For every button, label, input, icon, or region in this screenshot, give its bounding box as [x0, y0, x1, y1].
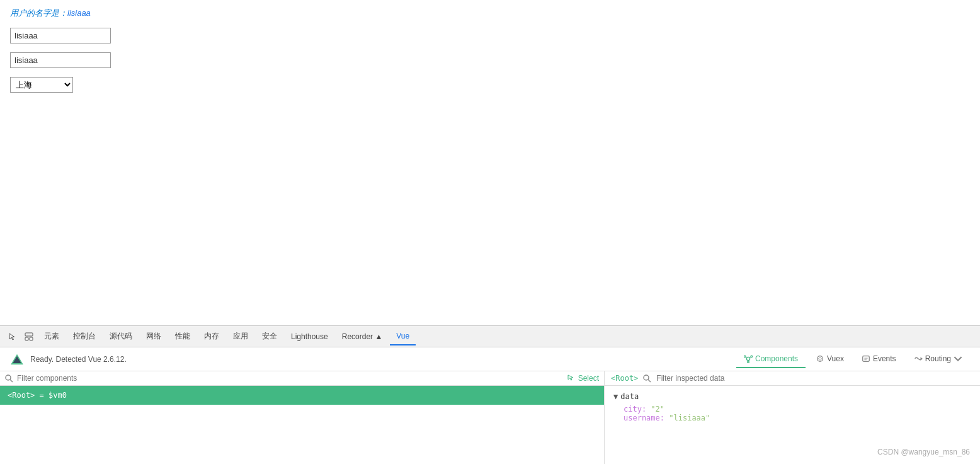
data-section-arrow: ▼ [613, 392, 618, 401]
svg-marker-16 [920, 357, 923, 360]
search-icon [5, 374, 13, 383]
tab-elements[interactable]: 元素 [38, 327, 66, 345]
data-city-key: city: [624, 405, 646, 414]
vue-bar: Ready. Detected Vue 2.6.12. Components [0, 347, 980, 371]
tab-performance[interactable]: 性能 [169, 327, 197, 345]
routing-icon [914, 354, 923, 363]
data-username-key: username: [624, 414, 664, 422]
username-input-2[interactable] [10, 52, 111, 68]
vuex-icon [816, 354, 824, 363]
svg-line-10 [750, 357, 751, 357]
user-label-prefix: 用户的名字是： [10, 8, 67, 18]
csdn-watermark: CSDN @wangyue_msn_86 [877, 448, 970, 456]
tab-lighthouse[interactable]: Lighthouse [285, 328, 334, 345]
tab-application[interactable]: 应用 [227, 327, 254, 345]
svg-rect-2 [30, 337, 33, 340]
svg-line-20 [648, 380, 651, 382]
data-section-header: ▼ data [613, 392, 971, 401]
vue-logo-icon [10, 352, 24, 366]
inspector-search-icon [643, 374, 651, 383]
svg-line-9 [746, 357, 747, 357]
data-username-value: "lisiaaa" [669, 414, 710, 422]
tab-console[interactable]: 控制台 [67, 327, 102, 345]
tab-security[interactable]: 安全 [256, 327, 283, 345]
vue-tab-events[interactable]: Events [854, 351, 904, 368]
devtools-cursor-icon[interactable] [5, 329, 20, 344]
city-select[interactable]: 上海 北京 广州 深圳 [10, 77, 73, 93]
tab-network[interactable]: 网络 [140, 327, 168, 345]
tab-vue[interactable]: Vue [390, 328, 416, 345]
devtools-layout-icon[interactable] [21, 329, 37, 344]
svg-point-8 [748, 361, 749, 362]
svg-point-5 [746, 357, 749, 360]
devtools-panel: 元素 控制台 源代码 网络 性能 内存 应用 安全 Lighthouse Rec… [0, 325, 980, 464]
data-section-label: data [620, 392, 639, 401]
svg-rect-13 [863, 356, 870, 361]
filter-components-input[interactable] [17, 374, 564, 383]
data-city-row: city: "2" [624, 405, 971, 414]
chevron-down-icon [954, 354, 962, 363]
events-icon [862, 354, 870, 363]
devtools-tabs-bar: 元素 控制台 源代码 网络 性能 内存 应用 安全 Lighthouse Rec… [0, 326, 980, 347]
svg-line-18 [10, 380, 13, 382]
svg-point-17 [6, 375, 11, 380]
components-filter-bar: Select [0, 371, 604, 386]
select-icon [567, 374, 576, 383]
vue-bar-right: Components Vuex Events [736, 351, 970, 368]
inspector-breadcrumb: <Root> [611, 374, 638, 383]
components-panel: Select <Root> = $vm0 [0, 371, 605, 464]
vue-ready-text: Ready. Detected Vue 2.6.12. [30, 355, 127, 364]
svg-rect-1 [25, 337, 28, 340]
component-root-item[interactable]: <Root> = $vm0 [0, 386, 604, 405]
username-input-1[interactable] [10, 28, 111, 44]
svg-point-19 [644, 375, 649, 380]
select-component-button[interactable]: Select [567, 374, 599, 383]
data-fields: city: "2" username: "lisiaaa" [624, 405, 971, 422]
vue-panel-content: Select <Root> = $vm0 <Root> ▼ data [0, 371, 980, 464]
data-username-row: username: "lisiaaa" [624, 414, 971, 422]
vue-bar-left: Ready. Detected Vue 2.6.12. [10, 352, 127, 366]
svg-rect-0 [25, 333, 33, 336]
data-city-value: "2" [651, 405, 664, 414]
tab-sources[interactable]: 源代码 [103, 327, 139, 345]
inspector-header: <Root> [605, 371, 980, 386]
main-content: 用户的名字是：lisiaaa 上海 北京 广州 深圳 [0, 0, 980, 325]
tab-memory[interactable]: 内存 [198, 327, 225, 345]
inspector-search-input[interactable] [656, 374, 974, 383]
vue-tab-vuex[interactable]: Vuex [808, 351, 852, 368]
vue-tab-routing[interactable]: Routing [906, 351, 970, 368]
inspector-body: ▼ data city: "2" username: "lisiaaa" [605, 386, 980, 429]
user-label-value: lisiaaa [67, 8, 91, 18]
components-icon [744, 354, 753, 363]
vue-tab-components[interactable]: Components [736, 351, 806, 368]
user-label: 用户的名字是：lisiaaa [10, 8, 970, 19]
tab-recorder[interactable]: Recorder ▲ [336, 328, 389, 345]
